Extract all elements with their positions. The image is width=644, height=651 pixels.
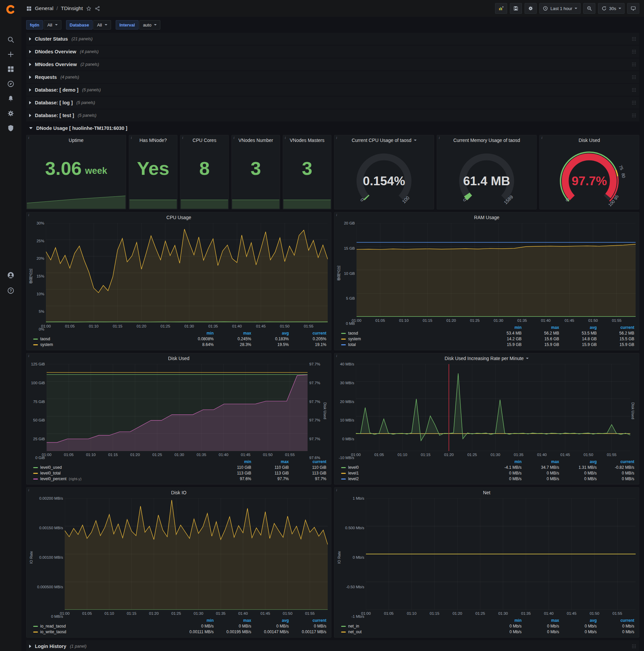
legend-series[interactable]: system (341, 336, 485, 342)
panel-title[interactable]: RAM Usage (474, 215, 499, 220)
create-add-icon[interactable] (3, 47, 18, 62)
dashboard-row-mnodes-overview[interactable]: MNodes Overview (2 panels) (26, 58, 639, 70)
panel-title[interactable]: Disk Used Increasing Rate per Minute (445, 356, 524, 361)
panel-title[interactable]: Uptime (69, 137, 84, 143)
breadcrumb-section[interactable]: General (35, 5, 53, 11)
legend-series[interactable]: level0_used (33, 465, 214, 470)
legend-series[interactable]: net_out (341, 629, 485, 634)
drag-handle-icon[interactable] (632, 49, 636, 54)
legend-series[interactable]: total (341, 342, 485, 347)
legend-series[interactable]: taosd (341, 331, 485, 336)
variable-value-dropdown[interactable]: auto (139, 20, 160, 30)
user-avatar[interactable] (3, 268, 18, 283)
server-admin-shield-icon[interactable] (3, 121, 18, 135)
panel-title[interactable]: VNodes Number (238, 137, 273, 143)
drag-handle-icon[interactable] (632, 100, 636, 105)
drag-handle-icon[interactable] (632, 62, 636, 67)
legend-series[interactable]: level0_total (33, 470, 214, 476)
alerting-bell-icon[interactable] (3, 91, 18, 106)
plot-area[interactable] (46, 223, 328, 322)
row-panel-count: (4 panels) (80, 49, 99, 54)
plot-area[interactable] (46, 364, 308, 451)
dashboard-row-database-log[interactable]: Database: [ log ] (5 panels) (26, 97, 639, 109)
explore-compass-icon[interactable] (3, 76, 18, 91)
panel-info-icon[interactable]: i (439, 135, 440, 140)
panel-info-icon[interactable]: i (233, 135, 234, 140)
drag-handle-icon[interactable] (632, 75, 636, 80)
dashboard-settings-button[interactable] (524, 3, 537, 14)
panel-title[interactable]: CPU Usage (166, 215, 191, 220)
breadcrumb-title[interactable]: TDinsight (61, 5, 83, 11)
configuration-gear-icon[interactable] (3, 106, 18, 121)
legend-series[interactable]: level2 (341, 476, 485, 482)
x-axis: 01:0001:0501:1001:1501:2001:2501:3001:35… (356, 451, 630, 458)
panel-info-icon[interactable]: i (336, 213, 337, 217)
dashboards-icon[interactable] (3, 62, 18, 76)
plot-area[interactable] (356, 364, 630, 451)
panel-title[interactable]: Current Memory Usage of taosd (453, 137, 520, 143)
plot-area[interactable] (366, 498, 636, 610)
panel-disk-used-gauge: i Disk Used 758095100097.7% (539, 135, 639, 209)
drag-handle-icon[interactable] (632, 37, 636, 41)
panel-title[interactable]: Disk Used (579, 137, 600, 143)
panel-title[interactable]: Has MNode? (139, 137, 167, 143)
legend-series[interactable]: taosd (33, 336, 177, 342)
right-y-axis-label: Disk Used (630, 364, 636, 458)
cycle-view-button[interactable] (627, 3, 639, 14)
plot-area[interactable] (357, 223, 636, 317)
help-icon[interactable]: ? (3, 283, 18, 298)
dashboard-row-dnodes-overview[interactable]: DNodes Overview (4 panels) (26, 45, 639, 58)
save-dashboard-button[interactable] (510, 3, 522, 14)
legend-series[interactable]: net_in (341, 623, 485, 629)
dashboard-row-database-demo[interactable]: Database: [ demo ] (5 panels) (26, 84, 639, 96)
variable-value-dropdown[interactable]: All (93, 20, 111, 30)
panel-title[interactable]: Disk Used (168, 356, 190, 361)
panel-info-icon[interactable]: i (285, 135, 286, 140)
panel-info-icon[interactable]: i (28, 213, 29, 217)
panel-info-icon[interactable]: i (28, 354, 29, 358)
legend: minmaxcurrentlevel0_used110 GiB110 GiB11… (29, 458, 328, 482)
share-icon[interactable] (95, 6, 100, 11)
panel-info-icon[interactable]: i (541, 135, 542, 140)
dashboard-row-cluster-status[interactable]: Cluster Status (21 panels) (26, 33, 639, 45)
legend-series[interactable]: level1 (341, 470, 485, 476)
navbar-controls: Last 1 hour 30s (495, 3, 639, 14)
panel-title[interactable]: Disk IO (171, 490, 187, 495)
plot-area[interactable] (65, 498, 328, 610)
drag-handle-icon[interactable] (632, 644, 636, 649)
panel-info-icon[interactable]: i (336, 488, 337, 492)
panel-info-icon[interactable]: i (336, 354, 337, 358)
variable-value-dropdown[interactable]: All (43, 20, 61, 30)
variable-database: Database All (66, 20, 111, 30)
panel-title[interactable]: Net (483, 490, 490, 495)
star-icon[interactable] (86, 6, 92, 11)
legend-series[interactable]: system (33, 342, 177, 347)
panel-info-icon[interactable]: i (28, 488, 29, 492)
add-panel-button[interactable] (495, 3, 507, 14)
drag-handle-icon[interactable] (632, 113, 636, 118)
panel-info-icon[interactable]: i (131, 135, 132, 140)
panel-info-icon[interactable]: i (28, 135, 29, 140)
time-picker-button[interactable]: Last 1 hour (539, 3, 581, 14)
grafana-logo[interactable] (3, 2, 18, 17)
stats-row: i Uptime 3.06week i Has MNode? Yes i CPU… (26, 135, 639, 209)
legend-series[interactable]: io_read_taosd (33, 623, 177, 629)
refresh-button[interactable]: 30s (598, 3, 624, 14)
dashboard-row-database-test[interactable]: Database: [ test ] (5 panels) (26, 110, 639, 122)
drag-handle-icon[interactable] (632, 88, 636, 92)
panel-title[interactable]: Current CPU Usage of taosd (352, 137, 411, 143)
dashboard-row-requests[interactable]: Requests (4 panels) (26, 71, 639, 83)
dashboard-row-dnode-usage[interactable]: DNode Usage [ huolinhe-TM1701:6030 ] (26, 122, 639, 134)
search-icon[interactable] (3, 32, 18, 47)
panel-info-icon[interactable]: i (336, 135, 337, 140)
legend-series[interactable]: level0 (341, 465, 485, 470)
legend-series[interactable]: io_write_taosd (33, 629, 177, 634)
right-y-axis-label: Disk Used (322, 364, 328, 458)
chevron-down-icon (575, 8, 577, 9)
legend-series[interactable]: level0_percent(right-y) (33, 476, 214, 482)
panel-title[interactable]: CPU Cores (193, 137, 216, 143)
panel-title[interactable]: VNodes Masters (290, 137, 324, 143)
zoom-out-button[interactable] (583, 3, 595, 14)
dashboard-row-login-history[interactable]: Login History (1 panel) (26, 640, 639, 651)
panel-info-icon[interactable]: i (182, 135, 183, 140)
